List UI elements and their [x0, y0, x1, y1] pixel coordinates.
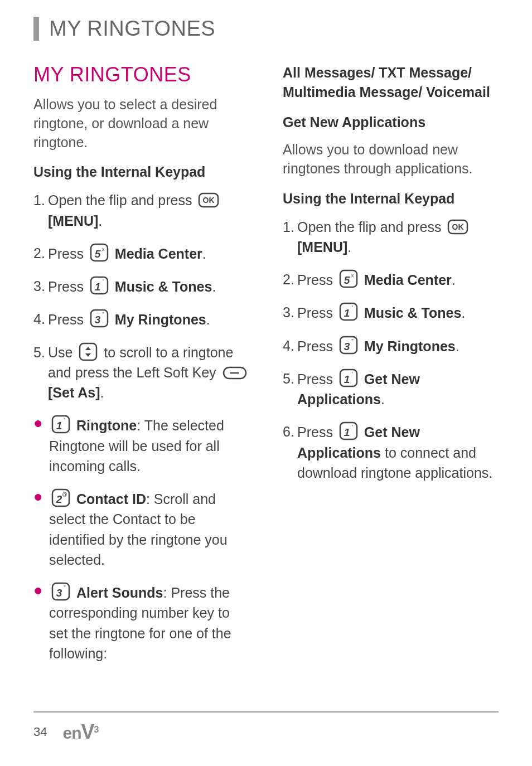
- svg-text:OK: OK: [452, 222, 464, 231]
- logo-text: en: [62, 724, 81, 742]
- svg-marker-10: [85, 353, 91, 357]
- logo: enV3: [62, 720, 98, 744]
- step-label: [MENU]: [48, 213, 98, 229]
- step-item: 5. Press 1' Get New Applications.: [283, 369, 499, 410]
- step-number: 3.: [33, 276, 48, 296]
- step-item: 2. Press 5x Media Center.: [283, 269, 499, 290]
- bullet-item: ● 1' Ringtone: The selected Ringtone wil…: [33, 415, 249, 476]
- step-text: Press: [48, 246, 88, 261]
- left-column: MY RINGTONES Allows you to select a desi…: [33, 63, 249, 676]
- step-text: Press: [297, 305, 337, 321]
- svg-text:x: x: [351, 273, 354, 278]
- key-2-icon: 2@: [51, 488, 70, 507]
- ok-key-icon: OK: [447, 219, 468, 235]
- step-label: Music & Tones: [115, 279, 212, 294]
- step-punct: .: [100, 385, 104, 400]
- step-item: 1. Open the flip and press OK [MENU].: [283, 217, 499, 258]
- subheader: Get New Applications: [283, 114, 499, 130]
- step-label: My Ringtones: [115, 312, 206, 327]
- bullet-title: Alert Sounds: [76, 585, 163, 600]
- step-text: Open the flip and press: [48, 192, 196, 208]
- nav-key-icon: [79, 342, 98, 361]
- step-text: Press: [297, 424, 337, 440]
- step-punct: .: [202, 246, 206, 261]
- step-item: 5. Use to scroll to a ringtone and press…: [33, 342, 249, 403]
- step-number: 5.: [283, 369, 297, 389]
- svg-text:@: @: [62, 492, 67, 497]
- svg-text:1: 1: [95, 281, 101, 293]
- step-number: 4.: [283, 336, 297, 356]
- logo-text: V: [81, 720, 94, 743]
- key-1-icon: 1': [51, 415, 70, 434]
- svg-text:": ": [64, 585, 66, 591]
- svg-text:1: 1: [56, 420, 62, 432]
- key-3-icon: 3": [339, 336, 358, 355]
- step-number: 2.: [283, 269, 297, 289]
- step-number: 3.: [283, 302, 297, 322]
- continuation-text: All Messages/ TXT Message/ Multimedia Me…: [283, 63, 499, 102]
- ok-key-icon: OK: [198, 192, 219, 208]
- bullet-title: Ringtone: [76, 418, 137, 433]
- softkey-icon: [223, 366, 247, 380]
- svg-text:': ': [103, 279, 104, 285]
- step-item: 4. Press 3" My Ringtones.: [33, 309, 249, 329]
- step-number: 1.: [283, 217, 297, 237]
- step-text: Press: [297, 272, 337, 288]
- step-number: 5.: [33, 342, 48, 362]
- svg-text:': ': [64, 418, 65, 424]
- step-text: Press: [48, 312, 88, 327]
- step-number: 6.: [283, 421, 297, 442]
- bullet-dot-icon: ●: [33, 488, 49, 506]
- key-1-icon: 1': [339, 421, 358, 440]
- key-5-icon: 5x: [339, 269, 358, 288]
- svg-text:': ': [352, 371, 353, 377]
- step-item: 1. Open the flip and press OK [MENU].: [33, 190, 249, 231]
- step-number: 4.: [33, 309, 48, 329]
- step-label: Media Center: [364, 272, 452, 288]
- svg-text:2: 2: [56, 493, 62, 505]
- key-3-icon: 3": [90, 309, 109, 328]
- step-text: Press: [297, 338, 337, 354]
- right-column: All Messages/ TXT Message/ Multimedia Me…: [283, 63, 499, 676]
- svg-text:': ': [352, 424, 353, 430]
- svg-text:3: 3: [56, 587, 62, 599]
- key-3-icon: 3": [51, 582, 70, 601]
- svg-text:3: 3: [344, 341, 350, 352]
- section-title: MY RINGTONES: [33, 63, 249, 86]
- svg-text:5: 5: [95, 248, 101, 260]
- step-number: 2.: [33, 243, 48, 263]
- svg-text:5: 5: [344, 274, 350, 286]
- step-label: Music & Tones: [364, 305, 462, 321]
- step-label: My Ringtones: [364, 338, 456, 354]
- svg-text:1: 1: [344, 307, 350, 319]
- svg-text:": ": [102, 312, 104, 318]
- step-punct: .: [461, 305, 465, 321]
- svg-text:1: 1: [344, 374, 350, 385]
- bullet-text: : The selected Ringtone will be used for…: [49, 418, 224, 474]
- step-punct: .: [452, 272, 456, 288]
- bullet-item: ● 2@ Contact ID: Scroll and select the C…: [33, 488, 249, 570]
- svg-text:1: 1: [344, 426, 350, 438]
- step-text: Press: [48, 279, 88, 294]
- step-label: [MENU]: [297, 239, 347, 255]
- svg-text:': ': [352, 305, 353, 311]
- step-text: Press: [297, 371, 337, 387]
- subheader: Using the Internal Keypad: [283, 191, 499, 207]
- step-item: 3. Press 1' Music & Tones.: [33, 276, 249, 297]
- bullet-dot-icon: ●: [33, 582, 49, 599]
- step-punct: .: [456, 338, 460, 354]
- step-punct: .: [206, 312, 210, 327]
- key-1-icon: 1': [339, 369, 358, 387]
- footer: 34 enV3: [33, 711, 499, 744]
- step-item: 6. Press 1' Get New Applications to conn…: [283, 421, 499, 483]
- intro-text: Allows you to download new ringtones thr…: [283, 140, 499, 178]
- step-item: 4. Press 3" My Ringtones.: [283, 336, 499, 356]
- step-label: Media Center: [115, 246, 202, 261]
- step-punct: .: [98, 213, 102, 229]
- key-5-icon: 5x: [90, 243, 109, 262]
- page-number: 34: [33, 725, 47, 739]
- bullet-title: Contact ID: [76, 491, 146, 507]
- svg-marker-9: [85, 347, 91, 350]
- step-text: Use: [48, 345, 76, 360]
- step-item: 3. Press 1' Music & Tones.: [283, 302, 499, 323]
